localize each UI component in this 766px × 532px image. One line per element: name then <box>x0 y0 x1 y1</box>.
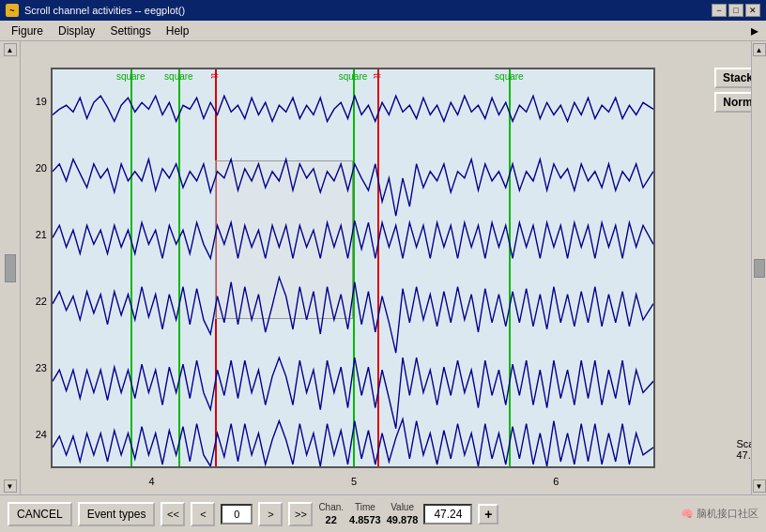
scroll-right-up[interactable]: ▲ <box>753 43 766 56</box>
time-value: 4.8573 <box>349 513 381 526</box>
channel-labels: 19 20 21 22 23 24 <box>21 68 51 468</box>
sidebar-toggle[interactable]: ▸ <box>751 22 762 39</box>
nav-last-button[interactable]: >> <box>288 502 313 526</box>
maximize-button[interactable]: □ <box>728 4 743 17</box>
channel-label-23: 23 <box>36 362 47 373</box>
main-area: ▲ ▼ 19 20 21 22 23 24 square square tt <box>0 41 766 494</box>
channel-label-20: 20 <box>36 162 47 174</box>
time-label: Time <box>355 501 375 513</box>
watermark: 🧠 脑机接口社区 <box>681 507 758 521</box>
value-label: Value <box>391 501 414 513</box>
title-bar-left: ~ Scroll channel activities -- eegplot() <box>6 4 185 17</box>
scroll-thumb[interactable] <box>5 254 16 282</box>
x-axis-labels: 4 5 6 <box>51 476 657 487</box>
minimize-button[interactable]: − <box>712 4 727 17</box>
eeg-signals <box>53 69 653 466</box>
channel-label-24: 24 <box>36 429 47 440</box>
x-label-6: 6 <box>553 476 559 487</box>
chan-display: Chan. 22 <box>318 501 344 526</box>
menu-display[interactable]: Display <box>51 23 102 39</box>
nav-next-button[interactable]: > <box>258 502 283 526</box>
title-bar: ~ Scroll channel activities -- eegplot()… <box>0 0 766 21</box>
nav-first-button[interactable]: << <box>161 502 185 526</box>
page-input[interactable] <box>221 504 253 524</box>
bottom-bar: CANCEL Event types << < > >> Chan. 22 Ti… <box>0 494 766 532</box>
right-controls: Stack Norm Scale 47.24 ▲ ▼ <box>712 41 766 494</box>
plus-button[interactable]: + <box>478 504 498 524</box>
event-types-button[interactable]: Event types <box>78 502 156 526</box>
x-label-4: 4 <box>149 476 155 487</box>
nav-prev-button[interactable]: < <box>191 502 215 526</box>
right-scroll-thumb[interactable] <box>754 259 765 278</box>
scroll-right-down[interactable]: ▼ <box>753 479 766 493</box>
menu-figure[interactable]: Figure <box>4 23 51 39</box>
title-text: Scroll channel activities -- eegplot() <box>24 5 185 16</box>
scroll-up-button[interactable]: ▲ <box>4 43 17 56</box>
app-icon: ~ <box>6 4 19 17</box>
close-button[interactable]: ✕ <box>745 4 760 17</box>
channel-label-21: 21 <box>36 229 47 240</box>
channel-label-19: 19 <box>36 96 47 107</box>
right-scrollbar: ▲ ▼ <box>751 41 766 494</box>
menu-settings[interactable]: Settings <box>102 23 158 39</box>
channel-label-22: 22 <box>36 296 47 307</box>
plot-canvas[interactable]: square square tt square tt square <box>51 68 655 468</box>
chan-value: 22 <box>326 513 337 526</box>
time-display: Time 4.8573 <box>349 501 381 526</box>
chan-label: Chan. <box>318 501 344 513</box>
value-value: 49.878 <box>387 513 419 526</box>
value-display: Value 49.878 <box>387 501 419 526</box>
watermark-text: 🧠 脑机接口社区 <box>681 507 758 521</box>
cancel-button[interactable]: CANCEL <box>8 502 72 526</box>
scale-input[interactable] <box>423 504 472 524</box>
menu-bar: Figure Display Settings Help ▸ <box>0 21 766 41</box>
plot-area: 19 20 21 22 23 24 square square tt squar… <box>21 41 712 494</box>
title-controls: − □ ✕ <box>712 4 760 17</box>
menu-help[interactable]: Help <box>159 23 197 39</box>
scroll-down-button[interactable]: ▼ <box>4 479 17 493</box>
x-label-5: 5 <box>351 476 357 487</box>
